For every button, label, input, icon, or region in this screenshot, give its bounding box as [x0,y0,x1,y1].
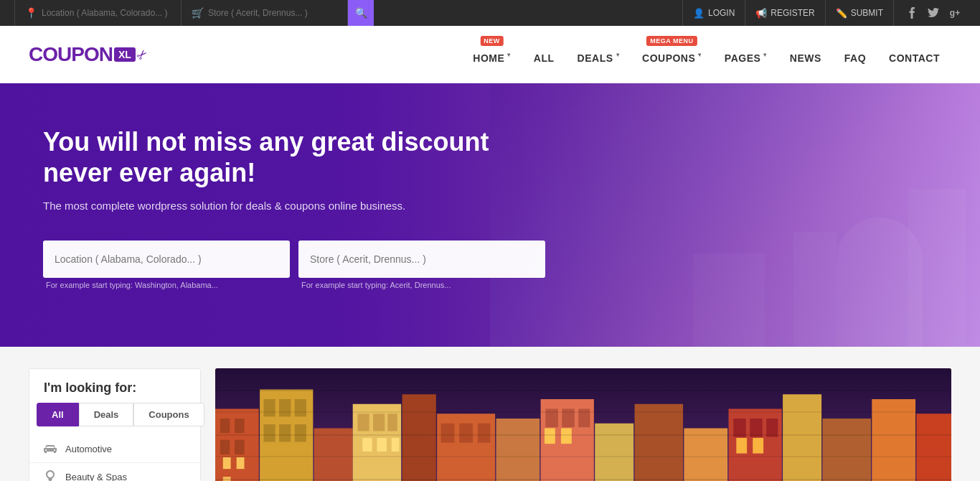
svg-rect-9 [295,399,306,416]
logo-xl-badge: XL [114,47,136,62]
svg-rect-47 [561,429,572,444]
filter-tab-deals[interactable]: Deals [79,403,134,426]
svg-rect-48 [736,438,747,454]
twitter-icon[interactable] [923,0,944,26]
hero-content: You will not miss any great discount nev… [43,126,545,289]
looking-for-title: I'm looking for: [29,369,200,403]
nav-menu: NEW HOME ▾ ALL DEALS ▾ MEGA MENU COUPONS… [461,26,951,83]
svg-rect-42 [223,477,231,481]
login-button[interactable]: 👤 LOGIN [682,0,745,26]
news-label: NEWS [790,52,821,64]
svg-rect-33 [750,419,763,437]
nav-item-deals[interactable]: DEALS ▾ [566,26,631,83]
nav-item-pages[interactable]: PAGES ▾ [713,26,778,83]
svg-rect-4 [220,440,230,454]
filter-tab-all[interactable]: All [37,403,79,426]
hero-subtitle: The most complete wordpress solution for… [43,200,545,212]
register-icon: 📢 [755,8,767,19]
pages-label: PAGES [725,52,760,64]
svg-rect-38 [916,414,951,481]
svg-rect-10 [264,424,275,442]
hero-bg-overlay [490,83,980,347]
store-bar-item[interactable]: 🛒 [182,0,348,26]
submit-button[interactable]: ✏️ SUBMIT [826,0,894,26]
category-automotive[interactable]: Automotive [29,435,200,463]
hero-search-row: For example start typing: Washington, Al… [43,240,545,289]
automotive-icon [44,442,57,455]
hero-title: You will not miss any great discount nev… [43,126,545,188]
faq-label: FAQ [844,52,866,64]
location-bar-item[interactable]: 📍 [14,0,182,26]
all-label: ALL [534,52,555,64]
main-nav: COUPON XL ✂ NEW HOME ▾ ALL DEALS ▾ MEGA … [0,26,980,83]
svg-rect-49 [753,438,763,454]
svg-rect-31 [729,409,782,481]
top-bar-left: 📍 🛒 🔍 [14,0,682,26]
topbar-search-button[interactable]: 🔍 [348,0,374,26]
store-input-topbar[interactable] [208,8,337,18]
svg-rect-28 [595,424,633,481]
submit-icon: ✏️ [836,8,847,19]
home-arrow: ▾ [507,52,511,58]
register-button[interactable]: 📢 REGISTER [745,0,825,26]
cityscape-svg [215,368,951,481]
beauty-icon [44,470,57,481]
deals-arrow: ▾ [616,52,620,58]
svg-rect-43 [362,438,372,452]
svg-rect-3 [235,419,245,433]
svg-rect-27 [578,409,590,428]
nav-item-all[interactable]: ALL [522,26,566,83]
nav-item-home[interactable]: NEW HOME ▾ [461,26,522,83]
hero-location-wrap: For example start typing: Washington, Al… [43,240,290,289]
svg-rect-13 [314,429,353,481]
svg-rect-7 [264,399,275,416]
facebook-icon[interactable] [901,0,923,26]
svg-rect-40 [223,457,231,469]
nav-item-news[interactable]: NEWS [778,26,833,83]
nav-item-faq[interactable]: FAQ [833,26,877,83]
social-icons: g+ [901,0,966,26]
svg-rect-37 [872,399,915,481]
logo[interactable]: COUPON XL ✂ [29,43,148,66]
svg-rect-26 [562,409,575,428]
svg-rect-24 [541,399,594,481]
coupons-badge: MEGA MENU [646,36,697,46]
left-panel: I'm looking for: All Deals Coupons Autom… [29,368,201,481]
googleplus-icon[interactable]: g+ [944,0,966,26]
svg-rect-23 [496,419,540,481]
hero-store-input[interactable] [298,240,545,278]
svg-rect-6 [260,390,313,481]
location-icon: 📍 [25,7,37,19]
nav-item-coupons[interactable]: MEGA MENU COUPONS ▾ [631,26,713,83]
login-icon: 👤 [693,8,705,19]
coupons-arrow: ▾ [698,52,702,58]
filter-tabs: All Deals Coupons [29,403,200,435]
svg-rect-29 [635,404,684,481]
svg-rect-15 [357,414,369,431]
svg-rect-36 [822,419,871,481]
coupons-label: COUPONS [642,52,695,64]
category-beauty-spas[interactable]: Beauty & Spas [29,463,200,481]
location-input-topbar[interactable] [42,8,171,18]
svg-rect-8 [279,399,291,416]
svg-rect-41 [237,457,245,469]
hero-location-input[interactable] [43,240,290,278]
automotive-label: Automotive [65,444,112,454]
nav-item-contact[interactable]: CONTACT [877,26,951,83]
svg-rect-44 [377,438,387,452]
svg-rect-2 [220,419,230,433]
svg-rect-16 [373,414,385,431]
svg-rect-0 [215,368,951,481]
svg-rect-32 [733,419,746,437]
search-icon: 🔍 [355,7,367,19]
svg-rect-35 [783,395,821,481]
svg-rect-5 [235,440,245,454]
submit-label: SUBMIT [851,8,883,18]
svg-rect-12 [295,424,306,442]
logo-coupon-text: COUPON [29,43,113,66]
category-list: Automotive Beauty & Spas Electronics [29,435,200,481]
svg-rect-46 [545,429,555,444]
filter-tab-coupons[interactable]: Coupons [133,403,204,426]
hero-location-hint: For example start typing: Washington, Al… [43,281,290,289]
login-label: LOGIN [708,8,735,18]
